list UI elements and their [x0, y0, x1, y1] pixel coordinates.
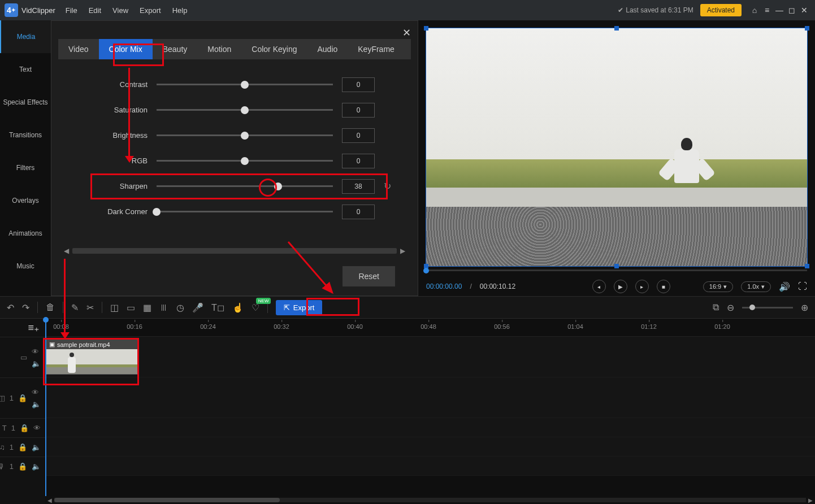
lock-icon[interactable]: 🔒 — [18, 443, 27, 451]
microphone-icon[interactable]: 🎤 — [192, 302, 203, 313]
sharpen-slider[interactable] — [157, 185, 333, 187]
window-minimize-icon[interactable]: — — [773, 6, 786, 15]
menu-export[interactable]: Export — [140, 6, 161, 15]
eye-icon[interactable]: 👁 — [33, 424, 41, 432]
preview-canvas[interactable] — [426, 28, 807, 266]
redo-icon[interactable]: ↷ — [22, 302, 29, 313]
next-frame-button[interactable]: ▸ — [635, 280, 649, 293]
tab-audio[interactable]: Audio — [307, 39, 348, 59]
export-button[interactable]: ⇱ Export — [276, 300, 323, 315]
timeline-menu-icon[interactable]: ≡₊ — [0, 319, 45, 337]
eye-icon[interactable]: 👁 — [32, 388, 41, 397]
zoom-slider[interactable] — [742, 307, 793, 309]
dark-corner-value[interactable]: 0 — [342, 205, 375, 219]
volume-icon[interactable]: 🔈 — [32, 359, 41, 368]
lock-icon[interactable]: 🔒 — [18, 394, 27, 402]
text-track-header[interactable]: T 1 🔒 👁 — [0, 418, 45, 437]
video-track-header[interactable]: ▭ 👁 🔈 — [0, 337, 45, 377]
dark-corner-slider[interactable] — [157, 211, 333, 212]
contrast-slider[interactable] — [157, 84, 333, 85]
tab-color-mix[interactable]: Color Mix — [99, 39, 153, 59]
window-close-icon[interactable]: ✕ — [798, 6, 810, 15]
heart-icon[interactable]: ♡NEW — [252, 302, 259, 313]
timeline-ruler[interactable]: 00:08 00:16 00:24 00:32 00:40 00:48 00:5… — [45, 319, 815, 337]
lock-icon[interactable]: 🔒 — [20, 424, 29, 432]
resize-handle[interactable] — [805, 26, 809, 31]
sidebar-item-text[interactable]: Text — [0, 53, 51, 86]
volume-icon[interactable]: 🔈 — [32, 462, 41, 471]
crop-icon[interactable]: ◫ — [110, 302, 119, 313]
clock-icon[interactable]: ◷ — [176, 302, 184, 313]
sidebar-item-animations[interactable]: Animations — [0, 217, 51, 250]
volume-icon[interactable]: 🔈 — [32, 400, 41, 409]
overlay-track-header[interactable]: ◫ 1 🔒 👁 🔈 — [0, 377, 45, 418]
snapshot-icon[interactable]: ⧉ — [713, 302, 719, 312]
resize-handle[interactable] — [424, 26, 428, 31]
sidebar-item-filters[interactable]: Filters — [0, 151, 51, 184]
playhead[interactable] — [45, 319, 46, 504]
lock-icon[interactable]: 🔒 — [18, 462, 27, 471]
text-track[interactable] — [45, 418, 815, 437]
undo-icon[interactable]: ↶ — [7, 302, 14, 313]
volume-icon[interactable]: 🔈 — [32, 443, 41, 451]
eye-icon[interactable]: 👁 — [32, 347, 41, 356]
menu-edit[interactable]: Edit — [89, 6, 101, 15]
window-maximize-icon[interactable]: ◻ — [786, 6, 798, 15]
activated-button[interactable]: Activated — [700, 4, 742, 16]
saturation-slider[interactable] — [157, 109, 333, 111]
overlay-track[interactable] — [45, 377, 815, 418]
reset-button[interactable]: Reset — [343, 266, 395, 286]
tab-motion[interactable]: Motion — [197, 39, 241, 59]
menu-view[interactable]: View — [112, 6, 128, 15]
hamburger-icon[interactable]: ≡ — [761, 6, 773, 15]
tab-beauty[interactable]: Beauty — [153, 39, 198, 59]
video-clip[interactable]: ▣ sample potrait.mp4 — [45, 339, 138, 375]
brightness-slider[interactable] — [157, 134, 333, 136]
edit-icon[interactable]: ✎ — [71, 302, 79, 313]
tab-video[interactable]: Video — [58, 39, 99, 59]
preview-seek-bar[interactable] — [426, 270, 807, 271]
close-icon[interactable]: ✕ — [402, 27, 411, 39]
menu-help[interactable]: Help — [172, 6, 188, 15]
scissors-icon[interactable]: ✂ — [86, 302, 94, 313]
mosaic-icon[interactable]: ▦ — [143, 302, 151, 313]
resize-handle[interactable] — [614, 264, 619, 268]
rgb-value[interactable]: 0 — [342, 154, 375, 168]
contrast-value[interactable]: 0 — [342, 77, 375, 92]
play-button[interactable]: ▶ — [614, 280, 627, 293]
hand-icon[interactable]: ☝ — [232, 302, 244, 313]
brightness-value[interactable]: 0 — [342, 128, 375, 143]
resize-handle[interactable] — [805, 264, 809, 268]
scroll-left-icon[interactable]: ◀ — [60, 247, 72, 255]
sidebar-item-transitions[interactable]: Transitions — [0, 119, 51, 151]
aspect-icon[interactable]: ▭ — [127, 302, 135, 313]
timeline-body[interactable]: 00:08 00:16 00:24 00:32 00:40 00:48 00:5… — [45, 319, 815, 504]
zoom-in-icon[interactable]: ⊕ — [801, 302, 808, 313]
rgb-slider[interactable] — [157, 160, 333, 162]
scroll-right-icon[interactable]: ▶ — [806, 497, 815, 503]
timeline-h-scrollbar[interactable]: ◀ ▶ — [45, 496, 815, 504]
saturation-value[interactable]: 0 — [342, 103, 375, 118]
sharpen-value[interactable]: 38 — [342, 179, 375, 194]
stats-icon[interactable]: ⫼ — [159, 302, 168, 312]
sidebar-item-overlays[interactable]: Overlays — [0, 184, 51, 217]
home-icon[interactable]: ⌂ — [748, 6, 761, 15]
menu-file[interactable]: File — [66, 6, 77, 15]
voice-track-header[interactable]: 🎙 1 🔒 🔈 — [0, 457, 45, 476]
stop-button[interactable]: ■ — [657, 280, 670, 293]
volume-icon[interactable]: 🔊 — [779, 281, 790, 292]
scroll-left-icon[interactable]: ◀ — [45, 497, 54, 503]
voice-track[interactable] — [45, 457, 815, 476]
sidebar-item-music[interactable]: Music — [0, 250, 51, 283]
delete-icon[interactable]: 🗑 — [46, 302, 55, 312]
resize-handle[interactable] — [614, 26, 619, 31]
aspect-ratio-selector[interactable]: 16:9▾ — [703, 281, 733, 292]
playback-speed-selector[interactable]: 1.0x▾ — [741, 281, 771, 292]
sharpen-reset-icon[interactable]: ↻ — [384, 181, 395, 192]
prev-frame-button[interactable]: ◂ — [592, 280, 606, 293]
sidebar-item-special-effects[interactable]: Special Effects — [0, 86, 51, 119]
audio-track[interactable] — [45, 437, 815, 457]
sidebar-item-media[interactable]: Media — [0, 20, 51, 53]
text-icon[interactable]: T◻ — [211, 302, 224, 313]
scroll-right-icon[interactable]: ▶ — [397, 247, 409, 255]
